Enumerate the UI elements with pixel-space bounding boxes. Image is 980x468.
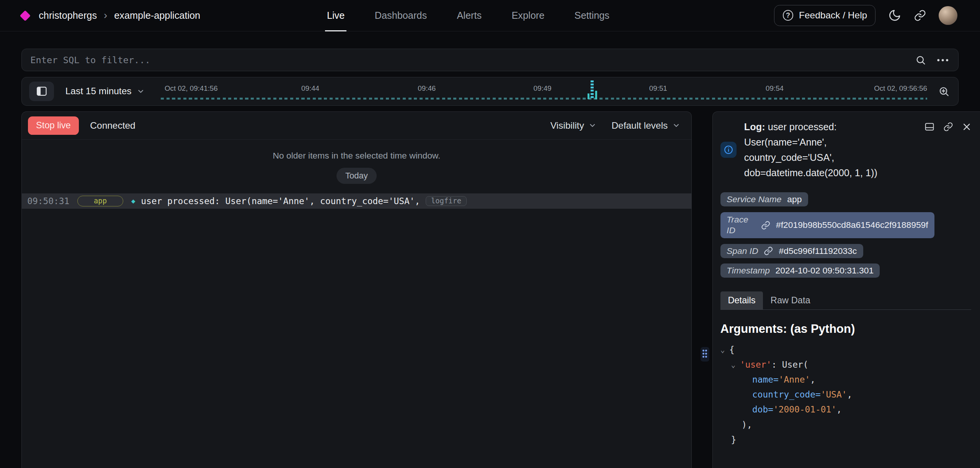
visibility-dropdown[interactable]: Visibility: [550, 120, 597, 131]
field-trace-id[interactable]: Trace ID #f2019b98b550cd8a61546c2f918895…: [720, 212, 934, 239]
code-token: dob=: [752, 402, 773, 417]
log-level-diamond-icon: ◆: [131, 197, 136, 205]
time-tick-label: Oct 02, 09:41:56: [165, 84, 218, 93]
tab-dashboards[interactable]: Dashboards: [375, 0, 427, 31]
app-root: christophergs › example-application Live…: [0, 0, 980, 468]
today-button[interactable]: Today: [336, 168, 376, 184]
share-link-button[interactable]: [914, 9, 926, 22]
log-list: No older items in the selected time wind…: [22, 151, 692, 209]
panel-resize-handle[interactable]: [701, 347, 709, 362]
code-token: ,: [836, 402, 842, 417]
breadcrumb-org[interactable]: christophergs: [39, 10, 97, 21]
detail-title: Log: user processed: User(name='Anne', c…: [744, 119, 898, 180]
detail-title-prefix: Log:: [744, 121, 765, 132]
stop-live-button[interactable]: Stop live: [28, 116, 79, 134]
tab-alerts[interactable]: Alerts: [457, 0, 482, 31]
collapse-caret-icon[interactable]: ⌄: [720, 342, 725, 357]
tab-settings[interactable]: Settings: [575, 0, 609, 31]
logfire-logo-icon[interactable]: [20, 10, 30, 21]
log-row[interactable]: 09:50:31 app ◆ user processed: User(name…: [22, 193, 692, 209]
field-label: Service Name: [727, 194, 781, 205]
code-token: country_code=: [752, 387, 821, 402]
code-line: }: [720, 432, 971, 447]
code-token: ,: [810, 372, 815, 387]
service-badge: app: [77, 196, 123, 206]
time-range-select[interactable]: Last 15 minutes: [65, 86, 145, 97]
field-timestamp: Timestamp 2024-10-02 09:50:31.301: [720, 263, 880, 278]
link-icon: [761, 221, 770, 230]
search-icon[interactable]: [915, 55, 926, 65]
nav-tabs: Live Dashboards Alerts Explore Settings: [327, 0, 609, 31]
copy-link-button[interactable]: [943, 122, 953, 132]
field-value: app: [787, 194, 802, 205]
sql-filter-input[interactable]: [22, 49, 915, 71]
field-label: Trace ID: [727, 214, 755, 236]
zoom-in-button[interactable]: [938, 86, 949, 97]
time-tick-label: Oct 02, 09:56:56: [874, 84, 927, 93]
feedback-help-label: Feedback / Help: [799, 10, 867, 21]
code-token: 'Anne': [779, 372, 810, 387]
code-line: ),: [720, 417, 971, 432]
code-line: name='Anne',: [720, 372, 971, 387]
close-panel-button[interactable]: [962, 122, 971, 132]
details-actions: [924, 119, 971, 132]
tab-live[interactable]: Live: [327, 0, 345, 31]
time-tick-label: 09:51: [649, 84, 667, 93]
code-line: dob='2000-01-01',: [720, 402, 971, 417]
help-icon: ?: [783, 10, 794, 21]
dock-panel-button[interactable]: [924, 122, 934, 132]
field-span-id[interactable]: Span ID #d5c996f11192033c: [720, 244, 863, 258]
sql-filter-bar: [21, 49, 959, 71]
chevron-down-icon: [588, 121, 596, 129]
log-timestamp: 09:50:31: [27, 196, 69, 206]
tab-details[interactable]: Details: [720, 291, 763, 309]
feedback-help-button[interactable]: ? Feedback / Help: [774, 5, 875, 26]
arguments-code: ⌄{⌄'user': User(name='Anne',country_code…: [720, 342, 971, 447]
time-tick-label: 09:54: [766, 84, 784, 93]
code-line: ⌄'user': User(: [720, 357, 971, 372]
collapse-caret-icon[interactable]: ⌄: [731, 357, 736, 372]
time-range-label: Last 15 minutes: [65, 86, 132, 97]
code-line: country_code='USA',: [720, 387, 971, 402]
arguments-label: Arguments:: [720, 322, 787, 335]
chevron-down-icon: [672, 121, 680, 129]
time-range-bar: Last 15 minutes Oct 02, 09:41:5609:4409:…: [21, 77, 959, 106]
details-tabs: Details Raw Data: [720, 291, 971, 310]
user-avatar[interactable]: [939, 6, 957, 25]
default-levels-dropdown[interactable]: Default levels: [611, 120, 680, 131]
code-token: User(: [782, 357, 808, 372]
breadcrumb-project[interactable]: example-application: [114, 10, 200, 21]
dark-mode-toggle[interactable]: [888, 9, 901, 22]
tab-raw-data[interactable]: Raw Data: [763, 291, 818, 309]
timeline-baseline: [161, 98, 927, 100]
field-value: 2024-10-02 09:50:31.301: [776, 265, 874, 276]
nav-actions: ? Feedback / Help: [774, 5, 957, 26]
histogram-bar: [591, 80, 594, 99]
field-value: #f2019b98b550cd8a61546c2f9188959f: [776, 220, 928, 230]
histogram-bar: [588, 93, 590, 99]
code-token: :: [771, 357, 782, 372]
sidebar-toggle-button[interactable]: [29, 82, 54, 101]
time-tick-label: 09:44: [301, 84, 319, 93]
field-label: Timestamp: [727, 265, 770, 276]
field-label: Span ID: [727, 246, 758, 256]
timeline[interactable]: Oct 02, 09:41:5609:4409:4609:4909:5109:5…: [161, 77, 927, 105]
tab-explore[interactable]: Explore: [511, 0, 544, 31]
details-header: Log: user processed: User(name='Anne', c…: [720, 119, 971, 180]
detail-fields: Service Name app Trace ID #f2019b98b550c…: [720, 192, 971, 278]
visibility-label: Visibility: [550, 120, 584, 131]
more-options-icon[interactable]: [937, 59, 948, 62]
code-token: '2000-01-01': [773, 402, 836, 417]
code-token: 'user': [740, 357, 772, 372]
breadcrumb-separator-icon: ›: [104, 9, 107, 21]
arguments-heading: Arguments: (as Python): [720, 322, 971, 336]
dock-panel-icon: [924, 122, 934, 132]
link-icon: [914, 9, 926, 22]
arguments-suffix: (as Python): [787, 322, 855, 335]
chevron-down-icon: [137, 87, 145, 95]
histogram-bar: [595, 91, 597, 99]
code-token: ,: [847, 387, 853, 402]
sql-filter-icons: [915, 55, 959, 65]
time-tick-label: 09:49: [534, 84, 552, 93]
code-token: ),: [742, 417, 752, 432]
